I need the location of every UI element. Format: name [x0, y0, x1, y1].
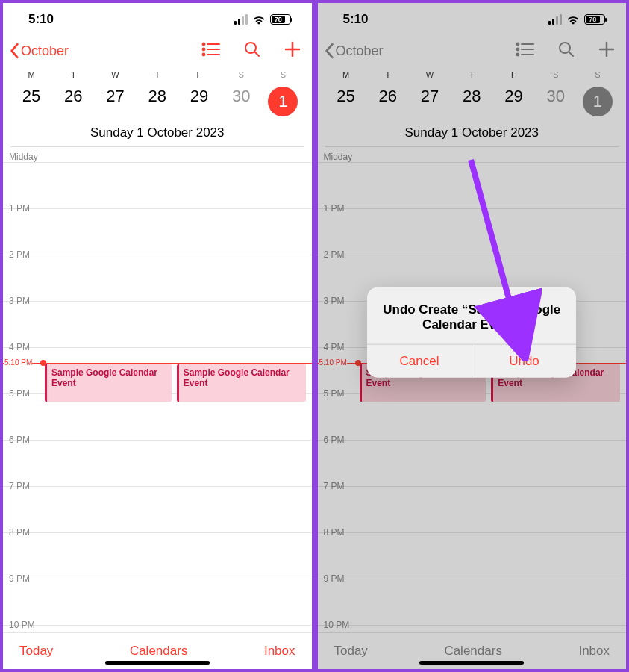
- hour-label: 10 PM: [9, 620, 35, 630]
- wifi-icon: [252, 15, 266, 25]
- today-button[interactable]: Today: [19, 644, 53, 659]
- dow: T: [137, 69, 178, 81]
- back-label: October: [336, 43, 384, 59]
- calendar-screen-undo-dialog: 5:10 78 October M T: [318, 3, 627, 669]
- week-header: M T W T F S S 25 26 27 28 29 30 1 Sunday…: [318, 69, 627, 147]
- add-event-icon[interactable]: [598, 40, 616, 61]
- status-icons: 78: [234, 14, 291, 25]
- hour-label: 6 PM: [324, 435, 345, 445]
- alert-title: Undo Create “Sample Google Calendar Even…: [367, 287, 576, 344]
- dow: T: [52, 69, 94, 81]
- svg-point-10: [517, 43, 519, 46]
- list-view-icon[interactable]: [201, 42, 221, 60]
- date-cell[interactable]: 27: [94, 81, 136, 122]
- date-cell[interactable]: 26: [52, 81, 94, 122]
- hour-label: 2 PM: [9, 249, 30, 260]
- calendar-event[interactable]: Sample Google Calendar Event: [45, 364, 172, 402]
- svg-line-7: [254, 52, 259, 57]
- dow: F: [492, 69, 534, 81]
- hour-label: 4 PM: [324, 342, 345, 352]
- dow: S: [262, 69, 304, 81]
- calendars-button[interactable]: Calendars: [130, 644, 188, 659]
- dow: W: [94, 69, 136, 81]
- date-cell[interactable]: 28: [451, 81, 492, 122]
- day-timeline[interactable]: Midday 1 PM 2 PM 3 PM 4 PM 5 PM 6 PM 7 P…: [3, 147, 312, 632]
- hour-label: 9 PM: [324, 573, 345, 584]
- hour-label: 5 PM: [9, 388, 30, 399]
- hour-label: 5 PM: [324, 388, 345, 399]
- calendars-button[interactable]: Calendars: [444, 644, 502, 659]
- add-event-icon[interactable]: [284, 40, 301, 61]
- dow: T: [451, 69, 492, 81]
- full-date-label: Sunday 1 October 2023: [325, 122, 619, 147]
- hour-label: 7 PM: [324, 481, 345, 491]
- midday-label: Midday: [3, 147, 312, 162]
- battery-icon: 78: [270, 14, 291, 25]
- svg-point-12: [517, 49, 519, 51]
- back-button[interactable]: October: [324, 43, 384, 59]
- list-view-icon[interactable]: [516, 42, 535, 60]
- date-cell-selected[interactable]: 1: [262, 81, 304, 122]
- status-time: 5:10: [343, 12, 369, 27]
- dow: S: [535, 69, 577, 81]
- dow: M: [325, 69, 367, 81]
- status-time: 5:10: [28, 12, 54, 27]
- calendar-screen-normal: 5:10 78 October M T: [3, 3, 312, 669]
- now-label: 5:10 PM: [4, 358, 32, 367]
- status-bar: 5:10 78: [318, 3, 627, 36]
- dow: M: [10, 69, 52, 81]
- search-icon[interactable]: [243, 40, 261, 61]
- hour-label: 2 PM: [324, 249, 345, 260]
- hour-label: 8 PM: [324, 527, 345, 538]
- back-label: October: [21, 43, 69, 59]
- hour-label: 8 PM: [9, 527, 30, 538]
- hour-label: 9 PM: [9, 573, 30, 584]
- battery-icon: 78: [584, 14, 605, 25]
- undo-alert: Undo Create “Sample Google Calendar Even…: [367, 287, 576, 378]
- status-icons: 78: [548, 14, 605, 25]
- hour-label: 6 PM: [9, 435, 30, 445]
- now-label: 5:10 PM: [319, 358, 347, 367]
- date-cell[interactable]: 25: [10, 81, 52, 122]
- search-icon[interactable]: [557, 40, 575, 61]
- hour-label: 10 PM: [324, 620, 350, 630]
- dow: F: [178, 69, 220, 81]
- wifi-icon: [566, 15, 580, 25]
- today-button[interactable]: Today: [334, 644, 368, 659]
- hour-label: 4 PM: [9, 342, 30, 352]
- date-cell[interactable]: 28: [137, 81, 178, 122]
- svg-line-17: [569, 52, 574, 57]
- alert-undo-button[interactable]: Undo: [472, 345, 577, 378]
- hour-label: 3 PM: [324, 296, 345, 306]
- date-cell[interactable]: 25: [325, 81, 367, 122]
- date-cell-selected[interactable]: 1: [577, 81, 619, 122]
- inbox-button[interactable]: Inbox: [578, 644, 610, 659]
- nav-bar: October: [318, 36, 627, 69]
- back-button[interactable]: October: [9, 43, 69, 59]
- date-cell[interactable]: 27: [409, 81, 451, 122]
- chevron-left-icon: [324, 43, 334, 59]
- date-cell[interactable]: 26: [367, 81, 409, 122]
- dow: W: [409, 69, 451, 81]
- date-cell[interactable]: 29: [178, 81, 220, 122]
- inbox-button[interactable]: Inbox: [264, 644, 295, 659]
- date-cell[interactable]: 30: [535, 81, 577, 122]
- day-timeline[interactable]: Midday 1 PM 2 PM 3 PM 4 PM 5 PM 6 PM 7 P…: [318, 147, 627, 632]
- dow: S: [220, 69, 262, 81]
- cellular-signal-icon: [234, 14, 248, 25]
- alert-cancel-button[interactable]: Cancel: [367, 345, 472, 378]
- calendar-event[interactable]: Sample Google Calendar Event: [177, 364, 306, 402]
- home-indicator[interactable]: [105, 661, 210, 665]
- home-indicator[interactable]: [419, 661, 524, 665]
- hour-label: 1 PM: [9, 203, 30, 214]
- hour-label: 1 PM: [324, 203, 345, 214]
- date-cell[interactable]: 30: [220, 81, 262, 122]
- week-header: M T W T F S S 25 26 27 28 29 30 1 Sunday…: [3, 69, 312, 147]
- chevron-left-icon: [9, 43, 19, 59]
- cellular-signal-icon: [548, 14, 562, 25]
- dow: S: [577, 69, 619, 81]
- date-cell[interactable]: 29: [492, 81, 534, 122]
- full-date-label: Sunday 1 October 2023: [10, 122, 304, 147]
- status-bar: 5:10 78: [3, 3, 312, 36]
- nav-bar: October: [3, 36, 312, 69]
